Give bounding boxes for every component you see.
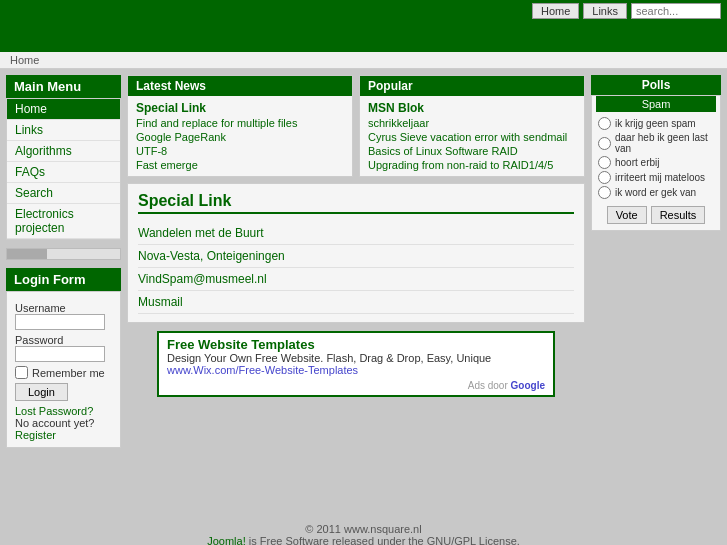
poll-radio-2[interactable] (598, 156, 611, 169)
poll-option-label-1: daar heb ik geen last van (615, 132, 714, 154)
login-links: Lost Password? No account yet? Register (15, 405, 112, 441)
register-link[interactable]: Register (15, 429, 56, 441)
home-topbar-button[interactable]: Home (532, 3, 579, 19)
popular-item-1[interactable]: schrikkeljaar (368, 116, 576, 130)
sidebar-item-faqs[interactable]: FAQs (7, 162, 120, 183)
poll-option-label-4: ik word er gek van (615, 187, 696, 198)
scrollbar-thumb (7, 249, 47, 259)
sidebar: Main Menu Home Links Algorithms FAQs Sea… (6, 75, 121, 513)
polls-question: Spam (596, 96, 716, 112)
footer: © 2011 www.nsquare.nl Joomla! is Free So… (0, 519, 727, 545)
poll-option-2: hoort erbij (592, 155, 720, 170)
news-item-1[interactable]: Find and replace for multiple files (136, 116, 344, 130)
popular-item-0[interactable]: MSN Blok (368, 100, 576, 116)
special-link-item-0[interactable]: Wandelen met de Buurt (138, 222, 574, 245)
remember-me-checkbox[interactable] (15, 366, 28, 379)
main-layout: Main Menu Home Links Algorithms FAQs Sea… (0, 69, 727, 519)
main-menu-title: Main Menu (6, 75, 121, 98)
popular-box: Popular MSN Blok schrikkeljaar Cyrus Sie… (359, 75, 585, 177)
news-popular-row: Latest News Special Link Find and replac… (127, 75, 585, 177)
special-link-section: Special Link Wandelen met de Buurt Nova-… (127, 183, 585, 323)
ads-by-text: Ads door (468, 380, 508, 391)
advertisement-box: Free Website Templates Design Your Own F… (157, 331, 555, 397)
news-item-4[interactable]: Fast emerge (136, 158, 344, 172)
polls-inner: Spam ik krijg geen spam daar heb ik geen… (591, 95, 721, 231)
special-link-item-1[interactable]: Nova-Vesta, Onteigeningen (138, 245, 574, 268)
polls-sidebar: Polls Spam ik krijg geen spam daar heb i… (591, 75, 721, 513)
poll-option-3: irriteert mij mateloos (592, 170, 720, 185)
news-item-0[interactable]: Special Link (136, 100, 344, 116)
special-link-heading: Special Link (138, 192, 574, 214)
ad-title: Free Website Templates (167, 337, 545, 352)
latest-news-content: Special Link Find and replace for multip… (128, 96, 352, 176)
popular-item-3[interactable]: Basics of Linux Software RAID (368, 144, 576, 158)
popular-title: Popular (360, 76, 584, 96)
remember-me-label: Remember me (32, 367, 105, 379)
poll-radio-1[interactable] (598, 137, 611, 150)
poll-option-label-3: irriteert mij mateloos (615, 172, 705, 183)
poll-option-4: ik word er gek van (592, 185, 720, 200)
polls-title: Polls (591, 75, 721, 95)
poll-option-1: daar heb ik geen last van (592, 131, 720, 155)
login-form: Username Password Remember me Login Lost… (6, 291, 121, 448)
latest-news-box: Latest News Special Link Find and replac… (127, 75, 353, 177)
sidebar-item-links[interactable]: Links (7, 120, 120, 141)
sidebar-nav: Home Links Algorithms FAQs Search Electr… (6, 98, 121, 240)
footer-license-text: is Free Software released under the GNU/… (249, 535, 520, 545)
ad-subtext: www.Wix.com/Free-Website-Templates (167, 364, 545, 376)
poll-radio-4[interactable] (598, 186, 611, 199)
remember-me-row: Remember me (15, 366, 112, 379)
special-link-item-2[interactable]: VindSpam@musmeel.nl (138, 268, 574, 291)
search-input[interactable] (631, 3, 721, 19)
username-label: Username (15, 302, 112, 314)
special-link-item-3[interactable]: Musmail (138, 291, 574, 314)
password-label: Password (15, 334, 112, 346)
footer-joomla: Joomla! is Free Software released under … (4, 535, 723, 545)
poll-option-0: ik krijg geen spam (592, 116, 720, 131)
popular-content: MSN Blok schrikkeljaar Cyrus Sieve vacat… (360, 96, 584, 176)
vote-button[interactable]: Vote (607, 206, 647, 224)
results-button[interactable]: Results (651, 206, 706, 224)
breadcrumb: Home (0, 52, 727, 69)
popular-item-2[interactable]: Cyrus Sieve vacation error with sendmail (368, 130, 576, 144)
breadcrumb-home: Home (10, 54, 39, 66)
poll-radio-0[interactable] (598, 117, 611, 130)
news-item-2[interactable]: Google PageRank (136, 130, 344, 144)
joomla-link[interactable]: Joomla! (207, 535, 246, 545)
sidebar-item-home[interactable]: Home (7, 99, 120, 120)
no-account-text: No account yet? (15, 417, 95, 429)
login-button[interactable]: Login (15, 383, 68, 401)
poll-option-label-0: ik krijg geen spam (615, 118, 696, 129)
poll-radio-3[interactable] (598, 171, 611, 184)
lost-password-link[interactable]: Lost Password? (15, 405, 93, 417)
polls-buttons: Vote Results (592, 200, 720, 230)
news-item-3[interactable]: UTF-8 (136, 144, 344, 158)
sidebar-item-algorithms[interactable]: Algorithms (7, 141, 120, 162)
poll-option-label-2: hoort erbij (615, 157, 659, 168)
popular-item-4[interactable]: Upgrading from non-raid to RAID1/4/5 (368, 158, 576, 172)
sidebar-item-electronics[interactable]: Electronics projecten (7, 204, 120, 239)
sidebar-scrollbar[interactable] (6, 248, 121, 260)
ad-google-label: Ads door Google (167, 380, 545, 391)
links-topbar-button[interactable]: Links (583, 3, 627, 19)
ad-description: Design Your Own Free Website. Flash, Dra… (167, 352, 545, 364)
footer-copyright: © 2011 www.nsquare.nl (4, 523, 723, 535)
login-form-title: Login Form (6, 268, 121, 291)
center-content: Latest News Special Link Find and replac… (127, 75, 585, 513)
latest-news-title: Latest News (128, 76, 352, 96)
password-input[interactable] (15, 346, 105, 362)
accent-bar (0, 22, 727, 52)
top-nav-bar: Home Links (0, 0, 727, 22)
username-input[interactable] (15, 314, 105, 330)
sidebar-item-search[interactable]: Search (7, 183, 120, 204)
google-brand: Google (511, 380, 545, 391)
